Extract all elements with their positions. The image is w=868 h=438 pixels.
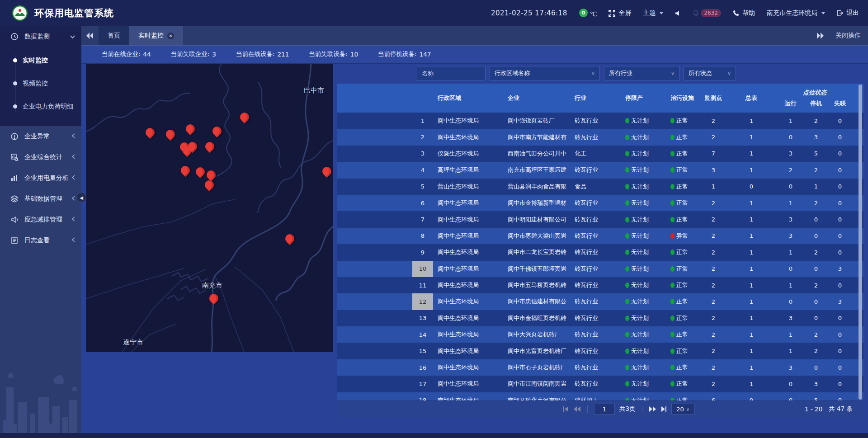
chevron-left-icon bbox=[72, 217, 75, 223]
tabs-scroll-left-button[interactable] bbox=[81, 26, 99, 45]
notification-button[interactable]: 2632 bbox=[693, 9, 721, 17]
sidebar-subitem-1-3[interactable]: 企业电力负荷明细 bbox=[0, 95, 81, 118]
cell-offline: 0 bbox=[825, 211, 855, 227]
row-number: 10 bbox=[412, 261, 433, 277]
alert-icon bbox=[10, 132, 19, 141]
table-row[interactable]: 3 仪陇生态环境局 西南油气田分公司川中 化工 无计划 正常 7 1 3 5 0 bbox=[337, 146, 863, 162]
row-number: 1 bbox=[412, 113, 433, 129]
close-icon[interactable]: ✕ bbox=[167, 33, 174, 39]
sidebar-collapse-button[interactable]: ◀ bbox=[76, 193, 86, 203]
sidebar-item-2[interactable]: 企业异常 bbox=[0, 126, 81, 147]
tab-home[interactable]: 首页 bbox=[99, 26, 129, 45]
table-row[interactable]: 13 阆中生态环境局 阆中市金福旺页岩机砖 砖瓦行业 无计划 正常 2 1 3 … bbox=[337, 310, 863, 326]
sidebar-item-5[interactable]: 基础数据管理 bbox=[0, 188, 81, 209]
table-row[interactable]: 14 阆中生态环境局 阆中大兴页岩机砖厂 砖瓦行业 无计划 正常 2 1 1 2… bbox=[337, 326, 863, 343]
prev-page-button[interactable] bbox=[574, 406, 581, 412]
cell-stop-production: 无计划 bbox=[625, 359, 670, 376]
cell-pollution-device: 正常 bbox=[670, 310, 698, 326]
cell-pollution-device: 正常 bbox=[670, 261, 698, 277]
theme-dropdown[interactable]: 主题 bbox=[643, 9, 663, 17]
close-operations-button[interactable]: 关闭操作 bbox=[835, 32, 861, 40]
name-filter-input[interactable] bbox=[417, 66, 486, 80]
table-row[interactable]: 1 阆中生态环境局 阆中强锐页岩砖厂 砖瓦行业 无计划 正常 2 1 1 2 0 bbox=[337, 113, 863, 129]
cell-company: 阆中市枣碧大梁山页岩 bbox=[499, 228, 575, 244]
sidebar-item-6[interactable]: 应急减排管理 bbox=[0, 209, 81, 230]
sidebar-subitem-1-1[interactable]: 实时监控 bbox=[0, 49, 81, 72]
last-page-button[interactable] bbox=[660, 406, 667, 412]
table-row[interactable]: 2 阆中生态环境局 阆中市南方节能建材有 砖瓦行业 无计划 正常 2 1 0 3… bbox=[337, 129, 863, 145]
logout-icon bbox=[837, 10, 843, 16]
header-monitor-points: 监测点 bbox=[698, 84, 728, 113]
table-row[interactable]: 10 阆中生态环境局 阆中千佛镇五郎垭页岩 砖瓦行业 无计划 正常 2 1 0 … bbox=[337, 261, 863, 277]
logout-button[interactable]: 退出 bbox=[837, 9, 859, 17]
table-row[interactable]: 6 阆中生态环境局 阆中市金博瑞新型墙材 砖瓦行业 无计划 正常 2 1 1 2… bbox=[337, 195, 863, 211]
cell-total-meters: 0 bbox=[728, 392, 774, 400]
chevron-down-icon: ∨ bbox=[686, 407, 689, 412]
row-number: 3 bbox=[412, 146, 433, 162]
cell-industry: 砖瓦行业 bbox=[575, 211, 625, 227]
map-panel[interactable]: 巴中市南充市遂宁市 bbox=[86, 64, 333, 352]
cell-company: 阆中市石子页岩机砖厂 bbox=[499, 359, 575, 376]
total-count-label: 共 47 条 bbox=[829, 405, 853, 413]
cell-monitor-points: 2 bbox=[698, 228, 728, 244]
status-filter-select[interactable]: 所有状态 ∨ bbox=[684, 66, 736, 80]
cell-pollution-device: 正常 bbox=[670, 326, 698, 343]
monitor-icon bbox=[10, 32, 19, 41]
cell-stopped: 3 bbox=[807, 129, 825, 145]
table-row[interactable]: 4 高坪生态环境局 南充市高坪区王家店建 砖瓦行业 无计划 正常 3 1 2 2… bbox=[337, 162, 863, 178]
header-point-status-group: 点位状态 运行 停机 失联 bbox=[774, 84, 855, 113]
row-number: 12 bbox=[412, 293, 433, 310]
cell-running: 3 bbox=[774, 211, 807, 227]
page-size-select[interactable]: 20 ∨ bbox=[671, 404, 695, 414]
row-spacer bbox=[337, 326, 412, 343]
sidebar-item-7[interactable]: 日志查看 bbox=[0, 230, 81, 251]
cell-industry: 食品 bbox=[575, 179, 625, 195]
row-spacer bbox=[337, 195, 412, 211]
industry-filter-select[interactable]: 所有行业 ∨ bbox=[604, 66, 679, 80]
sidebar: 数据监测 实时监控 视频监控 企业电力负荷明细 企业异常 企业综合统计 企业用电… bbox=[0, 26, 81, 438]
fullscreen-icon bbox=[609, 10, 615, 17]
tab-realtime-monitoring[interactable]: 实时监控 ✕ bbox=[129, 26, 183, 45]
range-label: 1 - 20 bbox=[805, 405, 822, 413]
cell-industry: 砖瓦行业 bbox=[575, 310, 625, 326]
cell-stopped: 2 bbox=[807, 343, 825, 359]
cell-district: 南部生态环境局 bbox=[433, 392, 499, 400]
sidebar-item-3[interactable]: 企业综合统计 bbox=[0, 147, 81, 168]
double-chevron-right-icon[interactable] bbox=[816, 33, 824, 39]
cell-total-meters: 1 bbox=[728, 310, 774, 326]
row-spacer bbox=[337, 211, 412, 227]
cell-offline: 3 bbox=[825, 293, 855, 310]
status-dot bbox=[670, 200, 675, 206]
sidebar-subitem-1-2[interactable]: 视频监控 bbox=[0, 72, 81, 95]
table-row[interactable]: 5 营山生态环境局 营山县润丰肉食品有限 食品 无计划 正常 1 0 0 1 0 bbox=[337, 179, 863, 195]
sidebar-item-4[interactable]: 企业用电量分析 bbox=[0, 168, 81, 188]
region-filter-select[interactable]: 行政区域名称 ∨ bbox=[490, 66, 600, 80]
first-page-button[interactable] bbox=[563, 406, 569, 412]
table-row[interactable]: 15 阆中生态环境局 阆中市光富页岩机砖厂 砖瓦行业 无计划 正常 2 1 1 … bbox=[337, 343, 863, 359]
cell-company: 阆中强锐页岩砖厂 bbox=[499, 113, 575, 129]
table-row[interactable]: 9 阆中生态环境局 阆中市二龙长宝页岩砖 砖瓦行业 无计划 正常 2 1 1 2… bbox=[337, 244, 863, 260]
table-row[interactable]: 17 阆中生态环境局 阆中市江南镇阆南页岩 砖瓦行业 无计划 正常 2 1 0 … bbox=[337, 376, 863, 392]
cell-industry: 砖瓦行业 bbox=[575, 376, 625, 392]
mute-button[interactable] bbox=[675, 10, 681, 16]
table-row[interactable]: 12 阆中生态环境局 阆中市忠信建材有限公 砖瓦行业 无计划 正常 2 1 0 … bbox=[337, 293, 863, 310]
table-row[interactable]: 11 阆中生态环境局 阆中市五马桥页岩机砖 砖瓦行业 无计划 正常 2 1 1 … bbox=[337, 277, 863, 293]
sidebar-item-1[interactable]: 数据监测 bbox=[0, 26, 81, 47]
stat-item-3: 当前在线设备: 211 bbox=[236, 50, 289, 58]
cell-running: 1 bbox=[774, 195, 807, 211]
table-row[interactable]: 16 阆中生态环境局 阆中市石子页岩机砖厂 砖瓦行业 无计划 正常 2 1 3 … bbox=[337, 359, 863, 376]
table-scrollbar[interactable] bbox=[859, 85, 862, 400]
table-row[interactable]: 7 阆中生态环境局 阆中明阳建材有限公司 砖瓦行业 无计划 正常 2 1 3 0… bbox=[337, 211, 863, 227]
user-dropdown[interactable]: 南充市生态环境局 bbox=[767, 9, 825, 17]
stat-label: 当前在线设备: bbox=[236, 50, 275, 58]
content-area: 巴中市南充市遂宁市 行政区域名称 ∨ 所有行业 ∨ bbox=[81, 64, 868, 438]
page-number-input[interactable] bbox=[594, 404, 615, 414]
table-row[interactable]: 18 南部生态环境局 南部县砖化土河有限公 建材加工 无计划 正常 6 0 0 … bbox=[337, 392, 863, 400]
status-dot bbox=[625, 217, 629, 222]
next-page-button[interactable] bbox=[649, 406, 656, 412]
cell-monitor-points: 2 bbox=[698, 293, 728, 310]
cell-stop-production: 无计划 bbox=[625, 113, 670, 129]
table-row[interactable]: 8 阆中生态环境局 阆中市枣碧大梁山页岩 砖瓦行业 无计划 异常 2 1 3 0… bbox=[337, 228, 863, 244]
help-button[interactable]: 帮助 bbox=[733, 9, 755, 17]
fullscreen-button[interactable]: 全屏 bbox=[609, 9, 631, 17]
